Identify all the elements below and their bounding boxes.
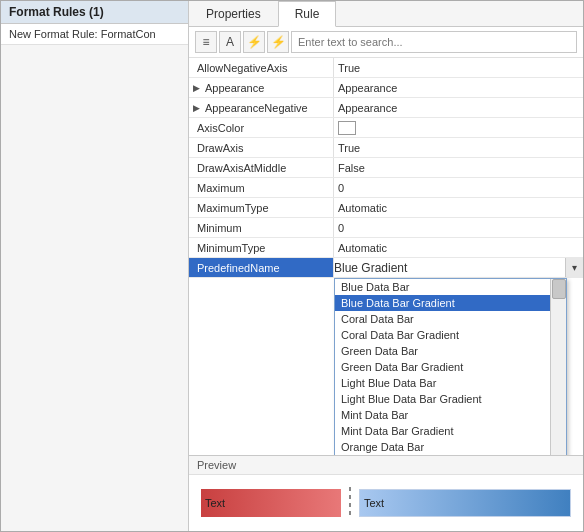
dropdown-option-4[interactable]: Green Data Bar — [335, 343, 566, 359]
format-rule-item[interactable]: New Format Rule: FormatCon — [1, 24, 188, 45]
preview-positive-label: Text — [360, 497, 388, 509]
prop-name-appearance[interactable]: ▶Appearance — [189, 78, 334, 97]
prop-name-maximumtype: MaximumType — [189, 198, 334, 217]
prop-row-drawaxis: DrawAxis True — [189, 138, 583, 158]
prop-name-minimumtype: MinimumType — [189, 238, 334, 257]
prop-value-maximumtype[interactable]: Automatic — [334, 198, 583, 217]
prop-name-drawaxis: DrawAxis — [189, 138, 334, 157]
prop-value-predefinedname[interactable]: Blue Gradient ▾ — [334, 258, 583, 277]
dropdown-scrollbar[interactable] — [550, 279, 566, 455]
prop-name-minimum: Minimum — [189, 218, 334, 237]
alpha-icon: A — [226, 35, 234, 49]
prop-name-maximum: Maximum — [189, 178, 334, 197]
prop-row-predefinedname: PredefinedName Blue Gradient ▾ — [189, 258, 583, 278]
dropdown-option-5[interactable]: Green Data Bar Gradient — [335, 359, 566, 375]
dropdown-option-6[interactable]: Light Blue Data Bar — [335, 375, 566, 391]
categorized-icon: ≡ — [202, 35, 209, 49]
properties-grid: AllowNegativeAxis True ▶Appearance Appea… — [189, 58, 583, 455]
dropdown-option-8[interactable]: Mint Data Bar — [335, 407, 566, 423]
prop-name-drawaxisatmiddle: DrawAxisAtMiddle — [189, 158, 334, 177]
preview-negative-cell: Text — [201, 489, 341, 517]
tab-rule[interactable]: Rule — [278, 1, 337, 27]
prop-row-allownegativeaxis: AllowNegativeAxis True — [189, 58, 583, 78]
dropdown-option-0[interactable]: Blue Data Bar — [335, 279, 566, 295]
preview-negative-label: Text — [201, 497, 229, 509]
dropdown-option-9[interactable]: Mint Data Bar Gradient — [335, 423, 566, 439]
lightning-icon: ⚡ — [271, 35, 286, 49]
preview-content: Text Text — [189, 475, 583, 531]
tab-properties[interactable]: Properties — [189, 1, 278, 26]
scrollbar-thumb-up[interactable] — [552, 279, 566, 299]
prop-row-appearancenegative: ▶AppearanceNegative Appearance — [189, 98, 583, 118]
left-panel: Format Rules (1) New Format Rule: Format… — [1, 1, 189, 531]
format-rules-header: Format Rules (1) — [1, 1, 188, 24]
prop-row-minimumtype: MinimumType Automatic — [189, 238, 583, 258]
prop-value-allownegativeaxis[interactable]: True — [334, 58, 583, 77]
prop-name-appearancenegative[interactable]: ▶AppearanceNegative — [189, 98, 334, 117]
preview-header: Preview — [189, 456, 583, 475]
dropdown-popup: Blue Data Bar Blue Data Bar Gradient Cor… — [334, 278, 567, 455]
dropdown-option-1[interactable]: Blue Data Bar Gradient — [335, 295, 566, 311]
expand-icon-appearance: ▶ — [193, 83, 205, 93]
prop-row-maximum: Maximum 0 — [189, 178, 583, 198]
search-input[interactable] — [291, 31, 577, 53]
preview-axis-divider — [349, 487, 351, 519]
lightning-btn[interactable]: ⚡ — [267, 31, 289, 53]
dropdown-option-3[interactable]: Coral Data Bar Gradient — [335, 327, 566, 343]
dropdown-option-2[interactable]: Coral Data Bar — [335, 311, 566, 327]
prop-name-axiscolor: AxisColor — [189, 118, 334, 137]
prop-row-appearance: ▶Appearance Appearance — [189, 78, 583, 98]
prop-value-axiscolor[interactable] — [334, 118, 583, 137]
filter-icon: ⚡ — [247, 35, 262, 49]
toolbar: ≡ A ⚡ ⚡ — [189, 27, 583, 58]
prop-value-maximum[interactable]: 0 — [334, 178, 583, 197]
tab-bar: Properties Rule — [189, 1, 583, 27]
prop-value-minimumtype[interactable]: Automatic — [334, 238, 583, 257]
prop-value-drawaxisatmiddle[interactable]: False — [334, 158, 583, 177]
right-panel: Properties Rule ≡ A ⚡ ⚡ AllowNegativeAxi… — [189, 1, 583, 531]
prop-value-appearancenegative[interactable]: Appearance — [334, 98, 583, 117]
prop-value-drawaxis[interactable]: True — [334, 138, 583, 157]
predefined-name-value: Blue Gradient — [334, 261, 407, 275]
color-swatch-axiscolor — [338, 121, 356, 135]
prop-row-minimum: Minimum 0 — [189, 218, 583, 238]
dropdown-arrow[interactable]: ▾ — [565, 258, 583, 277]
dropdown-option-10[interactable]: Orange Data Bar — [335, 439, 566, 455]
dropdown-option-7[interactable]: Light Blue Data Bar Gradient — [335, 391, 566, 407]
prop-row-maximumtype: MaximumType Automatic — [189, 198, 583, 218]
prop-value-appearance[interactable]: Appearance — [334, 78, 583, 97]
filter-btn[interactable]: ⚡ — [243, 31, 265, 53]
preview-bar-positive — [360, 490, 570, 516]
expand-icon-appearancenegative: ▶ — [193, 103, 205, 113]
preview-area: Preview Text Text — [189, 455, 583, 531]
prop-name-allownegativeaxis: AllowNegativeAxis — [189, 58, 334, 77]
prop-value-minimum[interactable]: 0 — [334, 218, 583, 237]
preview-positive-cell: Text — [359, 489, 571, 517]
prop-row-axiscolor: AxisColor — [189, 118, 583, 138]
alphabetical-btn[interactable]: A — [219, 31, 241, 53]
prop-name-predefinedname: PredefinedName — [189, 258, 334, 277]
categorized-btn[interactable]: ≡ — [195, 31, 217, 53]
prop-row-drawaxisatmiddle: DrawAxisAtMiddle False — [189, 158, 583, 178]
